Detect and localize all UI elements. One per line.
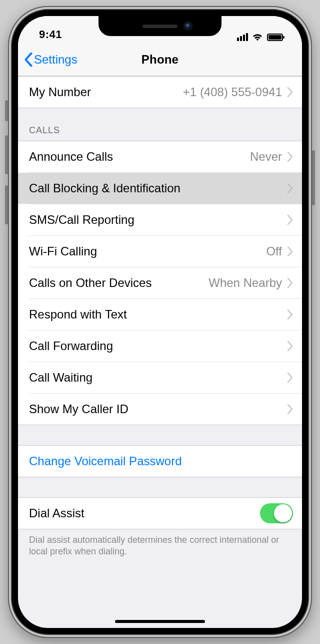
iphone-device-frame: 9:41: [8, 6, 312, 638]
cell-show-my-caller-id[interactable]: Show My Caller ID: [29, 393, 302, 425]
wifi-icon: [252, 33, 263, 41]
cell-title: Call Waiting: [29, 371, 287, 385]
chevron-right-icon: [287, 87, 293, 97]
chevron-right-icon: [287, 183, 293, 193]
cell-announce-calls[interactable]: Announce CallsNever: [18, 141, 302, 172]
home-indicator[interactable]: [115, 620, 205, 623]
group-my-number: My Number +1 (408) 555-0941: [18, 76, 302, 108]
cell-title: Respond with Text: [29, 307, 287, 321]
chevron-right-icon: [287, 341, 293, 351]
cell-sms-call-reporting[interactable]: SMS/Call Reporting: [29, 204, 302, 235]
front-camera: [184, 23, 192, 30]
notch: [98, 16, 222, 36]
chevron-right-icon: [287, 309, 293, 319]
cell-respond-with-text[interactable]: Respond with Text: [29, 298, 302, 330]
group-dial-assist: Dial Assist: [18, 497, 302, 529]
cell-value: +1 (408) 555-0941: [183, 85, 282, 99]
cell-title: Announce Calls: [29, 150, 250, 164]
screen: 9:41: [18, 16, 302, 628]
cell-value: When Nearby: [208, 276, 282, 290]
cell-call-forwarding[interactable]: Call Forwarding: [29, 330, 302, 362]
cell-title: Call Forwarding: [29, 339, 287, 353]
cell-value: Off: [266, 244, 282, 258]
cell-dial-assist: Dial Assist: [18, 498, 302, 529]
cell-title: Calls on Other Devices: [29, 276, 208, 290]
cell-call-waiting[interactable]: Call Waiting: [29, 362, 302, 393]
chevron-right-icon: [287, 373, 293, 383]
chevron-right-icon: [287, 404, 293, 414]
chevron-right-icon: [287, 278, 293, 288]
speaker-grille: [142, 25, 178, 28]
cell-title: Call Blocking & Identification: [29, 181, 287, 195]
navigation-bar: Settings Phone: [18, 43, 302, 76]
cell-change-voicemail-password[interactable]: Change Voicemail Password: [18, 446, 302, 477]
back-label: Settings: [34, 53, 78, 67]
cell-title: SMS/Call Reporting: [29, 213, 287, 227]
dial-assist-toggle[interactable]: [260, 503, 293, 523]
section-header-calls: CALLS: [18, 108, 302, 141]
chevron-right-icon: [287, 246, 293, 256]
cellular-signal-icon: [237, 33, 248, 41]
cell-my-number[interactable]: My Number +1 (408) 555-0941: [18, 77, 302, 108]
cell-title: Dial Assist: [29, 506, 260, 520]
dial-assist-footer: Dial assist automatically determines the…: [18, 529, 302, 558]
scroll-content[interactable]: My Number +1 (408) 555-0941 CALLS Announ…: [18, 76, 302, 628]
battery-icon: [267, 34, 283, 41]
chevron-right-icon: [287, 215, 293, 225]
chevron-left-icon: [24, 53, 33, 67]
group-voicemail: Change Voicemail Password: [18, 445, 302, 477]
cell-wi-fi-calling[interactable]: Wi-Fi CallingOff: [29, 235, 302, 267]
cell-value: Never: [250, 150, 282, 164]
group-calls: Announce CallsNeverCall Blocking & Ident…: [18, 141, 302, 425]
cell-title: Wi-Fi Calling: [29, 244, 266, 258]
back-button[interactable]: Settings: [24, 43, 78, 76]
cell-calls-on-other-devices[interactable]: Calls on Other DevicesWhen Nearby: [29, 267, 302, 298]
cell-title: My Number: [29, 85, 183, 99]
status-time: 9:41: [32, 28, 62, 41]
cell-title: Change Voicemail Password: [29, 454, 293, 468]
cell-call-blocking-identification[interactable]: Call Blocking & Identification: [29, 172, 302, 204]
side-button: [312, 150, 315, 205]
page-title: Phone: [142, 53, 178, 67]
cell-title: Show My Caller ID: [29, 402, 287, 416]
chevron-right-icon: [287, 152, 293, 162]
